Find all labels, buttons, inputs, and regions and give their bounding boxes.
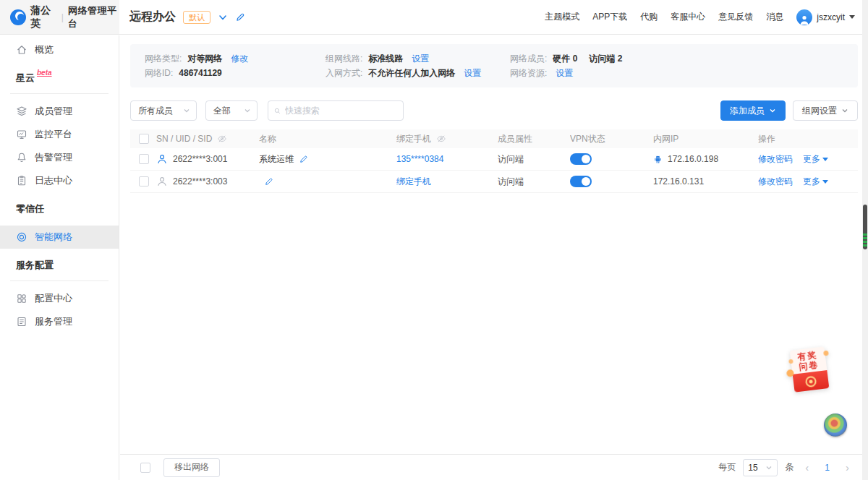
nav-messages[interactable]: 消息	[766, 11, 783, 23]
member-attr: 访问端	[498, 176, 524, 188]
page-header: 远程办公 默认	[129, 9, 245, 25]
member-phone-link[interactable]: 135****0384	[396, 154, 443, 164]
bell-icon	[16, 152, 27, 163]
more-actions-link[interactable]: 更多	[803, 176, 828, 188]
next-page-arrow[interactable]: ›	[841, 461, 854, 473]
nav-agent[interactable]: 代购	[640, 11, 658, 23]
edit-name-pencil-icon[interactable]	[299, 155, 308, 164]
join-mode-settings-link[interactable]: 设置	[464, 67, 481, 79]
sidebar-item-log-center[interactable]: 日志中心	[0, 169, 119, 192]
sidebar-item-smart-network[interactable]: 智能网络	[0, 226, 119, 249]
sidebar-item-label: 告警管理	[35, 151, 72, 164]
more-actions-link[interactable]: 更多	[803, 153, 828, 166]
nav-support-center[interactable]: 客服中心	[671, 11, 705, 23]
top-nav: 主题模式 APP下载 代购 客服中心 意见反馈 消息 jszxcyit	[545, 9, 868, 25]
sidebar-item-config-center[interactable]: 配置中心	[0, 287, 119, 310]
member-ip: 172.16.0.198	[668, 154, 718, 164]
member-online-icon	[156, 153, 168, 165]
nav-app-download[interactable]: APP下载	[592, 11, 627, 23]
smart-network-icon	[16, 231, 27, 243]
table-row: 2622****3:001 系统运维 135****0384 访问端 172.1…	[130, 148, 858, 171]
member-sn: 2622****3:003	[173, 176, 227, 187]
join-mode-value: 不允许任何人加入网络	[368, 67, 455, 79]
change-password-link[interactable]: 修改密码	[758, 176, 793, 188]
edit-network-pencil-icon[interactable]	[235, 12, 245, 22]
eye-off-icon[interactable]	[436, 134, 446, 144]
brand-logo-area: 蒲公英 | 网络管理平台	[0, 0, 119, 34]
network-id-value: 486741129	[179, 67, 221, 79]
scrollbar-thumb[interactable]	[863, 205, 867, 249]
network-switch-chevron-icon[interactable]	[218, 12, 228, 22]
chevron-down-icon	[765, 464, 773, 471]
sidebar-item-member-management[interactable]: 成员管理	[0, 100, 119, 123]
android-icon	[653, 155, 663, 164]
sidebar-item-label: 配置中心	[35, 292, 72, 305]
member-name: 系统运维	[259, 153, 294, 166]
member-offline-icon	[156, 176, 168, 187]
sidebar-item-overview[interactable]: 概览	[0, 38, 119, 61]
user-menu[interactable]: jszxcyit	[796, 9, 855, 25]
brand-name: 蒲公英	[30, 4, 57, 30]
survey-envelope-widget[interactable]: 有奖 问卷	[790, 346, 830, 392]
page-scrollbar	[862, 0, 868, 480]
brand-separator: |	[61, 12, 64, 22]
footer-select-all-checkbox[interactable]	[140, 463, 150, 473]
remove-from-network-button[interactable]: 移出网络	[163, 458, 220, 477]
chevron-down-icon	[183, 107, 190, 114]
scrollbar-markers	[863, 233, 867, 248]
quick-search-box	[268, 100, 404, 121]
member-filter-select[interactable]: 所有成员	[130, 100, 197, 121]
footer-bar: 移出网络 每页 15 条 ‹ 1 ›	[120, 454, 868, 480]
sidebar-item-label: 智能网络	[35, 231, 72, 244]
coin-icon	[805, 375, 817, 387]
vpn-toggle-on[interactable]	[570, 153, 592, 165]
sidebar-item-label: 概览	[35, 43, 54, 56]
prev-page-arrow[interactable]: ‹	[801, 461, 813, 473]
member-filter-value: 所有成员	[138, 105, 173, 117]
vpn-toggle-on[interactable]	[570, 176, 592, 187]
per-page-label: 每页	[718, 461, 736, 473]
line-value: 标准线路	[368, 53, 403, 64]
sidebar-item-label: 日志中心	[35, 174, 72, 187]
username: jszxcyit	[817, 12, 845, 22]
current-page-number[interactable]: 1	[820, 463, 834, 473]
modify-network-type-link[interactable]: 修改	[231, 53, 248, 64]
member-ip: 172.16.0.131	[653, 176, 704, 187]
network-info-panel: 网络类型: 对等网络 修改 网络ID: 486741129 组网线路: 标准线路…	[130, 44, 858, 87]
table-header-row: SN / UID / SID 名称 绑定手机 成员属性 VPN状态 内网IP 操…	[130, 129, 858, 148]
bind-phone-link[interactable]: 绑定手机	[396, 176, 431, 188]
row-checkbox[interactable]	[139, 154, 149, 164]
search-icon	[274, 106, 281, 116]
quick-search-input[interactable]	[285, 106, 397, 116]
change-password-link[interactable]: 修改密码	[758, 153, 793, 166]
network-settings-button[interactable]: 组网设置	[793, 100, 858, 121]
eye-off-icon[interactable]	[217, 134, 227, 144]
sidebar-item-monitor-platform[interactable]: 监控平台	[0, 123, 119, 146]
home-icon	[16, 44, 27, 56]
floating-assistant-orb[interactable]	[824, 413, 847, 437]
grid-icon	[16, 293, 27, 304]
default-badge: 默认	[183, 11, 210, 24]
add-member-button[interactable]: 添加成员	[720, 100, 786, 121]
nav-theme-mode[interactable]: 主题模式	[545, 11, 579, 23]
per-page-select[interactable]: 15	[743, 459, 778, 476]
sidebar-item-alarm-management[interactable]: 告警管理	[0, 146, 119, 169]
member-attr: 访问端	[498, 153, 524, 166]
per-page-value: 15	[748, 463, 757, 473]
sidebar: 概览 星云 beta 成员管理 监控平台 告警管理 日志中心 零信任	[0, 35, 119, 480]
user-caret-icon	[849, 15, 855, 19]
select-all-checkbox[interactable]	[139, 134, 149, 144]
line-settings-link[interactable]: 设置	[412, 53, 429, 64]
monitor-icon	[16, 129, 27, 140]
dandelion-logo-icon	[10, 9, 26, 25]
line-label: 组网线路:	[326, 53, 362, 64]
row-checkbox[interactable]	[139, 176, 149, 187]
brand-product: 网络管理平台	[68, 4, 119, 30]
resource-settings-link[interactable]: 设置	[556, 67, 573, 79]
layers-icon	[16, 106, 27, 117]
chevron-down-icon	[244, 107, 251, 114]
edit-name-pencil-icon[interactable]	[264, 177, 273, 187]
sidebar-item-service-management[interactable]: 服务管理	[0, 310, 119, 333]
type-filter-select[interactable]: 全部	[205, 100, 258, 121]
nav-feedback[interactable]: 意见反馈	[718, 11, 753, 23]
